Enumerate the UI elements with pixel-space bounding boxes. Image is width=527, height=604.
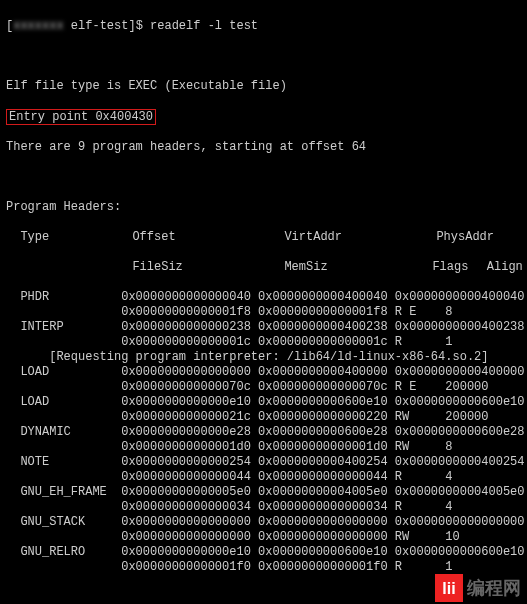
ph-row-b: 0x000000000000021c 0x0000000000000220 RW… [6,410,521,425]
col-virt: VirtAddr [284,230,436,245]
ph-col-row-b: FileSizMemSizFlags Align [6,260,521,275]
terminal-output: [xxxxxxx elf-test]$ readelf -l test Elf … [0,0,527,604]
ph-col-row-a: TypeOffsetVirtAddrPhysAddr [6,230,521,245]
blank-line [6,49,521,64]
ph-row-b: 0x000000000000001c 0x000000000000001c R … [6,335,521,350]
col-type: Type [20,230,132,245]
watermark-logo: lii [435,574,463,602]
col-phys: PhysAddr [436,230,494,244]
ph-row-a: NOTE 0x0000000000000254 0x00000000004002… [6,455,521,470]
watermark-text: 编程网 [467,581,521,596]
prompt-path: elf-test]$ [64,19,150,33]
col-flags: Flags [432,260,472,275]
ph-row-b: 0x0000000000000034 0x0000000000000034 R … [6,500,521,515]
col-offset: Offset [132,230,284,245]
entry-point-row: Entry point 0x400430 [6,109,521,125]
ph-row-b: 0x0000000000000044 0x0000000000000044 R … [6,470,521,485]
ph-row-b: 0x00000000000001f8 0x00000000000001f8 R … [6,305,521,320]
prompt-userhost-blur: xxxxxxx [13,19,63,33]
col-filesz: FileSiz [132,260,284,275]
ph-row-a: LOAD 0x0000000000000e10 0x0000000000600e… [6,395,521,410]
col-align: Align [487,260,523,274]
ph-row-a: PHDR 0x0000000000000040 0x00000000004000… [6,290,521,305]
ph-row-a: GNU_EH_FRAME 0x00000000000005e0 0x000000… [6,485,521,500]
entry-point-highlight: Entry point 0x400430 [6,109,156,125]
ph-row-a: GNU_RELRO 0x0000000000000e10 0x000000000… [6,545,521,560]
ph-row-a: LOAD 0x0000000000000000 0x00000000004000… [6,365,521,380]
watermark: lii 编程网 [435,574,521,602]
blank-line [6,170,521,185]
ph-row-b: 0x000000000000070c 0x000000000000070c R … [6,380,521,395]
program-headers-title: Program Headers: [6,200,521,215]
ph-row-a: INTERP 0x0000000000000238 0x000000000040… [6,320,521,335]
ph-row-a: DYNAMIC 0x0000000000000e28 0x00000000006… [6,425,521,440]
col-memsz: MemSiz [284,260,432,275]
ph-row-b: 0x00000000000001d0 0x00000000000001d0 RW… [6,440,521,455]
ph-row-a: GNU_STACK 0x0000000000000000 0x000000000… [6,515,521,530]
ph-row-b: 0x0000000000000000 0x0000000000000000 RW… [6,530,521,545]
prompt-cmd: readelf -l test [150,19,258,33]
ph-interpreter-note: [Requesting program interpreter: /lib64/… [6,350,521,365]
ph-row-b: 0x00000000000001f0 0x00000000000001f0 R … [6,560,521,575]
program-header-rows: PHDR 0x0000000000000040 0x00000000004000… [6,290,521,575]
elf-file-type: Elf file type is EXEC (Executable file) [6,79,521,94]
prompt-line: [xxxxxxx elf-test]$ readelf -l test [6,19,521,34]
num-headers: There are 9 program headers, starting at… [6,140,521,155]
